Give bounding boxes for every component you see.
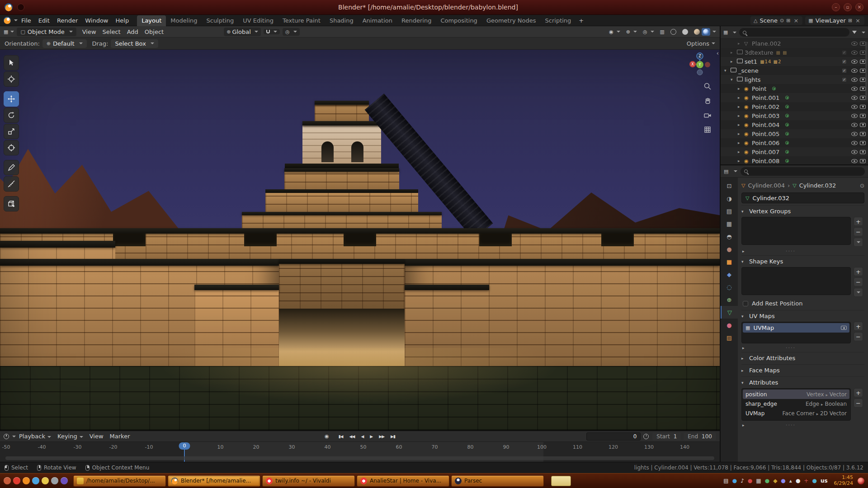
launcher-icon[interactable]	[32, 477, 39, 484]
launcher-icon[interactable]	[23, 477, 30, 484]
eye-icon[interactable]	[851, 159, 858, 163]
shading-wireframe-button[interactable]	[669, 28, 678, 36]
tray-icon[interactable]: ▦	[756, 478, 761, 483]
properties-editor-icon[interactable]: ▤	[724, 169, 728, 174]
properties-tab[interactable]: ■	[721, 255, 738, 268]
pin-icon[interactable]: ⊙	[780, 18, 784, 23]
camera-render-icon[interactable]	[860, 105, 866, 109]
tray-icon[interactable]: +	[804, 478, 808, 483]
outliner-row[interactable]: ▾ lights ✓	[721, 75, 868, 84]
workspace-tab[interactable]: Rendering	[397, 15, 436, 26]
menubar-item[interactable]: Edit	[35, 16, 53, 25]
scene-selector[interactable]: △ Scene ⊙ ⊞ ×	[750, 16, 802, 25]
menubar-item[interactable]: File	[18, 16, 35, 25]
workspace-tab[interactable]: Geometry Nodes	[482, 15, 541, 26]
workspace-tab[interactable]: Animation	[358, 15, 397, 26]
drag-mode-dropdown[interactable]: Select Box	[111, 39, 158, 48]
proportional-editing-dropdown[interactable]: ◎	[283, 28, 300, 36]
camera-render-icon[interactable]	[860, 141, 866, 145]
timeline-menu-item[interactable]: View	[86, 432, 107, 441]
outliner-row[interactable]: ▸ Point.005 ✓	[721, 129, 868, 138]
eye-icon[interactable]	[851, 60, 858, 64]
add-uv-map-button[interactable]: +	[854, 322, 863, 331]
outliner-row[interactable]: ▸ set1 ▦14 ▦2 ✓	[721, 57, 868, 66]
tray-icon[interactable]: ●	[796, 478, 800, 483]
new-viewlayer-icon[interactable]: ⊞	[848, 18, 852, 23]
filter-icon[interactable]	[852, 31, 857, 34]
workspace-tab[interactable]: +	[576, 15, 587, 26]
taskbar-window-button[interactable]: Blender* [/home/amalie...	[168, 475, 260, 487]
move-tool[interactable]	[4, 91, 19, 107]
face-maps-header[interactable]: ▸Face Maps	[741, 365, 864, 375]
options-dropdown[interactable]: Options	[687, 40, 715, 47]
remove-viewlayer-icon[interactable]: ×	[854, 17, 861, 24]
attribute-row[interactable]: UVMap Face Corner ▸ 2D Vector	[743, 408, 849, 418]
attributes-header[interactable]: ▾Attributes	[741, 377, 864, 388]
orientation-default-dropdown[interactable]: ⊕ Default	[42, 39, 87, 48]
shape-key-specials-button[interactable]	[854, 288, 863, 297]
add-attribute-button[interactable]: +	[854, 388, 863, 397]
scale-tool[interactable]	[4, 124, 19, 139]
taskbar-window-button[interactable]: twily.info ~/ - Vivaldi	[262, 475, 355, 487]
tray-icon[interactable]: ●	[765, 478, 769, 483]
outliner-row[interactable]: ▸ Point.006 ✓	[721, 138, 868, 147]
properties-tab[interactable]: ⊡	[721, 179, 738, 192]
camera-render-icon[interactable]	[860, 123, 866, 127]
overlays-dropdown[interactable]: ◎	[641, 28, 656, 36]
add-cube-tool[interactable]	[4, 196, 19, 211]
sticky-notes-button[interactable]	[551, 476, 571, 486]
outliner-search-input[interactable]	[739, 28, 849, 37]
camera-render-icon[interactable]	[860, 132, 866, 136]
eye-icon[interactable]	[851, 69, 858, 73]
remove-shape-key-button[interactable]: −	[854, 277, 863, 286]
outliner-row[interactable]: ▸ Point.003 ✓	[721, 111, 868, 120]
eye-icon[interactable]	[851, 78, 858, 82]
snapping-dropdown[interactable]	[264, 29, 280, 34]
transport-button[interactable]: ▶	[368, 433, 375, 440]
playhead-frame-badge[interactable]: 0	[179, 442, 190, 450]
eye-icon[interactable]	[851, 141, 858, 145]
camera-view-icon[interactable]	[703, 111, 712, 121]
minimize-button[interactable]: –	[832, 3, 840, 11]
gizmos-dropdown[interactable]: ⊕	[624, 28, 639, 36]
breadcrumb-data[interactable]: Cylinder.032	[799, 182, 836, 189]
tray-icon[interactable]: ♪	[741, 478, 744, 483]
viewlayer-selector[interactable]: ▦ ViewLayer ⊞ ×	[805, 16, 864, 25]
camera-render-icon[interactable]	[860, 114, 866, 118]
properties-tab[interactable]: ▤	[721, 205, 738, 217]
use-preview-range-icon[interactable]	[643, 434, 649, 439]
notification-orb-icon[interactable]	[858, 478, 864, 484]
timeline-ruler[interactable]: -50-40-30-20-100102030405060708090100110…	[0, 442, 720, 462]
exclude-checkbox-icon[interactable]: ✓	[842, 59, 847, 64]
disclosure-arrow-icon[interactable]: ▸	[738, 95, 744, 100]
remove-vertex-group-button[interactable]: −	[854, 227, 863, 236]
eye-icon[interactable]	[851, 150, 858, 154]
workspace-tab[interactable]: Texture Paint	[278, 15, 325, 26]
disclosure-arrow-icon[interactable]: ▾	[724, 68, 731, 73]
disclosure-arrow-icon[interactable]: ▸	[738, 41, 744, 46]
properties-tab[interactable]: ▦	[721, 217, 738, 230]
properties-tab[interactable]: ●	[721, 319, 738, 331]
workspace-tab[interactable]: Shading	[325, 15, 358, 26]
maximize-button[interactable]: ▫	[844, 3, 852, 11]
object-visibility-dropdown[interactable]: ◉	[607, 28, 622, 36]
attribute-row[interactable]: position Vertex ▸ Vector	[743, 389, 849, 399]
remove-attribute-button[interactable]: −	[854, 399, 863, 408]
properties-tab[interactable]: ⊕	[721, 293, 738, 306]
eye-icon[interactable]	[851, 51, 858, 55]
breadcrumb-object[interactable]: Cylinder.004	[748, 182, 785, 189]
eye-icon[interactable]	[851, 42, 858, 46]
viewport-menu-item[interactable]: Add	[124, 27, 142, 37]
disclosure-arrow-icon[interactable]: ▸	[738, 131, 744, 136]
workspace-tab[interactable]: Sculpting	[202, 15, 238, 26]
measure-tool[interactable]	[4, 176, 19, 192]
properties-tab[interactable]: ◌	[721, 281, 738, 293]
transport-button[interactable]: ◉	[322, 432, 331, 440]
taskbar-window-button[interactable]: AnalieStar | Home - Viva...	[357, 475, 449, 487]
properties-tab[interactable]: ◓	[721, 230, 738, 243]
timeline-menu-item[interactable]: Playback	[16, 432, 54, 441]
tray-icon[interactable]: ◆	[773, 478, 777, 483]
app-menu-icon[interactable]	[17, 4, 24, 11]
camera-render-icon[interactable]	[841, 326, 847, 330]
transport-button[interactable]: ▶▮	[388, 433, 397, 440]
